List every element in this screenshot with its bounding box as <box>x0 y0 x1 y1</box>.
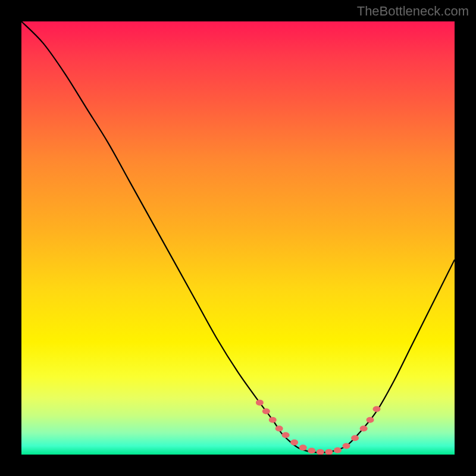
marker-dot <box>325 449 333 455</box>
marker-dot <box>343 443 350 449</box>
marker-dot <box>282 432 290 438</box>
curve-layer <box>21 21 455 455</box>
plot-area <box>21 21 455 455</box>
marker-dot <box>269 417 277 423</box>
marker-dot <box>299 444 307 450</box>
watermark-text: TheBottleneck.com <box>357 4 469 19</box>
marker-dot <box>334 447 342 453</box>
marker-dot <box>290 440 298 446</box>
marker-dot <box>262 408 270 414</box>
marker-dot <box>372 406 380 412</box>
chart-container: TheBottleneck.com <box>0 0 476 476</box>
marker-dot <box>308 447 315 453</box>
marker-dot <box>317 449 324 455</box>
highlight-markers <box>256 400 381 455</box>
marker-dot <box>256 400 264 406</box>
marker-dot <box>367 417 374 423</box>
marker-dot <box>360 425 368 431</box>
bottleneck-curve <box>21 21 455 453</box>
marker-dot <box>275 425 283 431</box>
marker-dot <box>351 435 359 441</box>
